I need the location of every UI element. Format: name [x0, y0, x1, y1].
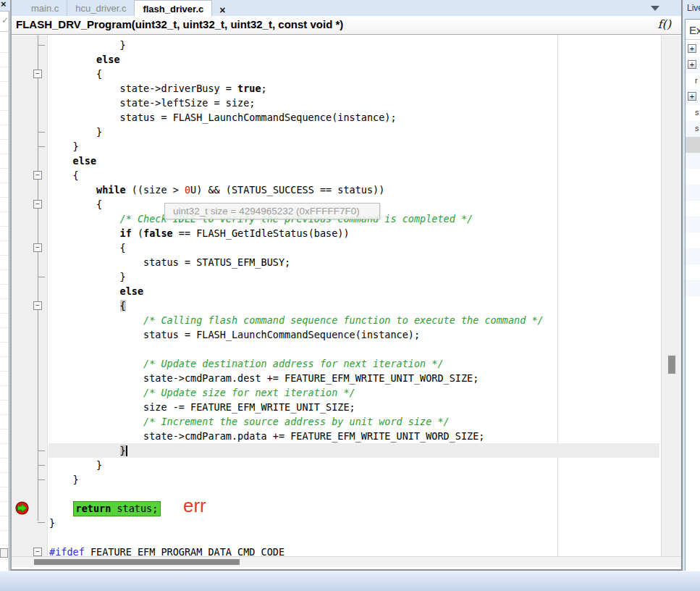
function-list-icon[interactable]: f() [658, 17, 671, 31]
live-watch-row[interactable]: + [686, 41, 700, 57]
close-icon[interactable]: × [1, 0, 7, 9]
live-watch-row[interactable] [686, 201, 700, 217]
horizontal-scrollbar-thumb[interactable] [34, 559, 240, 565]
vertical-scrollbar[interactable] [661, 35, 681, 558]
tab-main-c[interactable]: main.c [23, 0, 67, 16]
expand-icon[interactable]: + [688, 60, 696, 69]
left-panel-row-line [0, 110, 9, 111]
code-line[interactable]: } [49, 38, 126, 52]
code-line[interactable]: status = STATUS_EFM_BUSY; [49, 255, 290, 269]
expand-icon[interactable]: + [688, 44, 696, 53]
horizontal-scrollbar[interactable] [12, 556, 681, 567]
code-token: status = FLASH_LaunchCommandSequence(ins… [49, 112, 397, 123]
live-watch-row[interactable] [686, 185, 700, 201]
code-token: state->cmdParam.dest += FEATURE_EFM_WRIT… [49, 372, 478, 384]
code-line[interactable]: } [49, 472, 79, 487]
code-token: state->leftSize = size; [49, 97, 255, 109]
live-watch-row[interactable]: r [686, 73, 700, 89]
tab-flash-driver-c[interactable]: flash_driver.c [134, 0, 212, 16]
code-line[interactable]: } [49, 139, 79, 154]
code-line[interactable]: { [49, 168, 79, 183]
left-panel-row-line [0, 269, 9, 270]
error-annotation: err [183, 495, 206, 517]
code-token: while [96, 184, 126, 196]
live-watch-row[interactable] [686, 248, 700, 264]
code-line[interactable]: if (false == FLASH_GetIdleStatus(base)) [49, 226, 350, 240]
code-line[interactable]: } [49, 125, 102, 139]
code-line[interactable]: { [49, 67, 102, 81]
code-token: /* Update size for next iteration */ [143, 387, 355, 398]
code-line[interactable]: state->cmdParam.dest += FEATURE_EFM_WRIT… [49, 371, 478, 385]
code-token: { [49, 198, 102, 210]
left-panel-row-line [0, 96, 9, 96]
code-line[interactable]: size -= FEATURE_EFM_WRITE_UNIT_SIZE; [49, 400, 355, 414]
left-panel-row-line [0, 400, 9, 401]
current-line-highlight [49, 443, 659, 458]
live-watch-row[interactable]: s [686, 105, 700, 121]
code-line[interactable]: } [49, 269, 126, 284]
live-watch-panel: Live Watch Expression ++r+ss [684, 0, 700, 591]
left-panel-row-line [0, 67, 9, 67]
left-panel-row-line [0, 154, 9, 154]
code-token: else [120, 285, 144, 297]
code-line[interactable]: /* Increment the source address by unit … [49, 414, 450, 429]
code-token: /* Update destination address for next i… [143, 358, 444, 369]
code-token [49, 503, 73, 514]
code-line[interactable]: state->leftSize = size; [49, 96, 255, 110]
code-token: } [49, 474, 79, 485]
expand-icon[interactable]: + [688, 92, 696, 101]
tab-hcu-driver-c[interactable]: hcu_driver.c [67, 0, 134, 16]
tab-list-dropdown-icon[interactable] [651, 6, 659, 11]
code-line[interactable]: /* Calling flash command sequence functi… [49, 313, 544, 327]
code-line[interactable]: { [49, 240, 126, 255]
left-panel-body: ✓ [0, 11, 9, 571]
code-line[interactable]: else [49, 52, 120, 67]
live-watch-row[interactable] [686, 153, 700, 169]
code-line[interactable]: while ((size > 0U) && (STATUS_SUCCESS ==… [49, 183, 384, 197]
code-line[interactable]: status = FLASH_LaunchCommandSequence(ins… [49, 327, 420, 342]
code-line[interactable]: else [49, 284, 143, 298]
code-line[interactable]: { [49, 298, 126, 313]
code-token [49, 300, 120, 311]
expression-column-header[interactable]: Expression [686, 21, 700, 40]
close-tab-icon[interactable]: × [219, 2, 225, 16]
code-line[interactable]: else [49, 154, 96, 168]
live-watch-row[interactable] [686, 169, 700, 185]
code-line[interactable]: /* Update destination address for next i… [49, 356, 444, 371]
code-line[interactable]: } [49, 443, 127, 458]
code-line[interactable]: state->cmdParam.pdata += FEATURE_EFM_WRI… [49, 429, 484, 443]
code-token: { [120, 300, 126, 311]
code-token: status = FLASH_LaunchCommandSequence(ins… [49, 329, 420, 340]
left-panel-row-line [0, 559, 9, 560]
live-watch-row[interactable] [686, 280, 700, 296]
code-line[interactable]: /* Update size for next iteration */ [49, 385, 355, 400]
left-panel-row-line [0, 52, 9, 53]
code-line[interactable]: status = FLASH_LaunchCommandSequence(ins… [49, 110, 397, 125]
live-watch-row[interactable] [686, 217, 700, 232]
code-line[interactable]: } [49, 458, 102, 472]
live-watch-row[interactable]: + [686, 57, 700, 73]
code-token: 0 [185, 184, 190, 196]
live-watch-title: Live Watch [687, 3, 700, 13]
live-watch-row[interactable] [686, 232, 700, 248]
code-token [49, 155, 73, 167]
live-watch-label: s [695, 124, 699, 133]
left-panel-bottom-box [0, 548, 8, 558]
live-watch-row[interactable] [686, 137, 700, 153]
breakpoint-execution-icon[interactable] [15, 501, 29, 515]
code-line[interactable]: state->driverBusy = true; [49, 81, 267, 96]
check-icon: ✓ [1, 15, 9, 25]
code-line[interactable]: } [49, 516, 55, 530]
code-line[interactable]: { [49, 197, 102, 211]
live-watch-row[interactable]: s [686, 121, 700, 137]
code-token: } [120, 445, 126, 456]
vertical-scrollbar-thumb[interactable] [668, 356, 675, 374]
editor-body: −−−−−− } else { state->driverBusy = true… [12, 35, 681, 558]
code-token: size -= FEATURE_EFM_WRITE_UNIT_SIZE; [49, 401, 355, 413]
code-token: U) && (STATUS_SUCCESS == status)) [190, 184, 384, 196]
live-watch-row[interactable]: + [686, 89, 700, 105]
code-line[interactable]: return status; [49, 501, 161, 516]
text-caret [126, 445, 127, 456]
live-watch-row[interactable] [686, 264, 700, 280]
left-panel-row-line [0, 284, 9, 285]
